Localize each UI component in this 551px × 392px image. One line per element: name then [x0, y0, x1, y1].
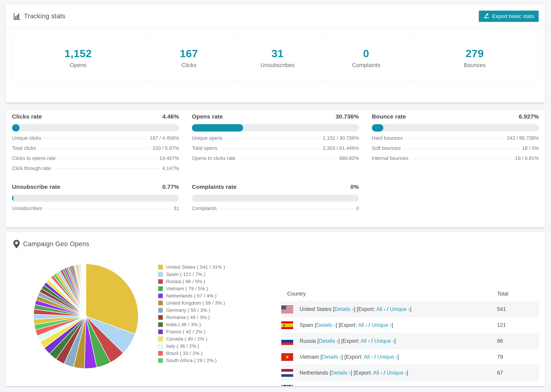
bracket-close: ]: [392, 322, 393, 328]
legend-item-italy: Italy ( 36 / 2% ): [158, 343, 225, 350]
rate-row-value: 19 / 6.81%: [515, 155, 539, 161]
details-link[interactable]: Details ›: [340, 386, 360, 386]
rate-row-value: 2,303 / 61.446%: [323, 145, 359, 151]
legend-item-united-states: United States ( 541 / 31% ): [158, 264, 225, 271]
country-name: United States: [300, 306, 333, 312]
details-link[interactable]: Details ›: [316, 322, 336, 328]
rate-head: Clicks rate4.46%: [12, 113, 179, 120]
export-label: ] [Export:: [360, 386, 382, 386]
legend-label: India ( 46 / 3% ): [166, 322, 201, 327]
rate-row-value: 1,152 / 30.736%: [323, 135, 359, 141]
rate-row: Clicks to opens rate14.497%: [12, 155, 179, 166]
rate-rows: Unsubscribes31: [12, 206, 179, 216]
legend-item-united-kingdom: United Kingdom ( 59 / 3% ): [158, 300, 225, 307]
rate-row-value: 242 / 86.738%: [507, 135, 539, 141]
export-basic-stats-button[interactable]: Export basic stats: [479, 11, 539, 22]
rate-value: 0.77%: [162, 183, 179, 190]
rate-row-label: Unique clicks: [12, 135, 41, 141]
export-all-link[interactable]: All ›: [376, 306, 385, 312]
export-all-link[interactable]: All ›: [358, 322, 367, 328]
legend-label: Italy ( 36 / 2% ): [166, 343, 199, 349]
legend-label: South Africa ( 29 / 2% ): [166, 358, 217, 363]
dotted-leader: [403, 148, 519, 149]
export-unique-link[interactable]: Unique ›: [387, 370, 407, 376]
legend-swatch: [158, 279, 163, 284]
rate-row-value: 220 / 5.87%: [153, 145, 179, 151]
table-row-nl: Netherlands [Details ›] [Export: All › /…: [281, 365, 539, 381]
details-link[interactable]: Details ›: [334, 306, 354, 312]
rate-title: Clicks rate: [12, 113, 42, 120]
flag-es-icon: [281, 321, 293, 329]
stat-label: Complaints: [352, 62, 380, 68]
geo-legend: United States ( 541 / 31% )Spain ( 121 /…: [158, 264, 225, 364]
rate-progress-bar: [12, 195, 179, 202]
geo-row-text: Spain [Details ›] [Export: All › / Uniqu…: [300, 322, 393, 328]
legend-label: United States ( 541 / 31% ): [166, 264, 225, 270]
country-name: United Kingdom: [300, 386, 339, 386]
bracket-close: ]: [394, 338, 396, 344]
legend-label: Germany ( 55 / 3% ): [166, 308, 210, 313]
rate-row-value: 167 / 4.456%: [150, 135, 179, 141]
geo-row-country-cell: United States [Details ›] [Export: All ›…: [281, 305, 497, 313]
export-all-link[interactable]: All ›: [364, 354, 373, 360]
legend-item-germany: Germany ( 55 / 3% ): [158, 307, 225, 314]
legend-swatch: [158, 265, 163, 270]
legend-swatch: [158, 301, 163, 306]
rate-head: Unsubscribe rate0.77%: [12, 183, 179, 190]
rate-row: Unsubscribes31: [12, 206, 179, 216]
rate-rows: Unique opens1,152 / 30.736%Total opens2,…: [192, 135, 359, 166]
country-name: Russia: [300, 338, 317, 344]
export-button-label: Export basic stats: [492, 13, 534, 19]
dotted-leader: [220, 148, 320, 149]
rate-row: Internal bounces19 / 6.81%: [372, 155, 539, 166]
export-all-link[interactable]: All ›: [361, 338, 370, 344]
table-row-gb: United Kingdom [Details ›] [Export: All …: [281, 381, 539, 386]
rate-progress-bar: [192, 195, 359, 202]
rate-row: Click through rate4.147%: [12, 166, 179, 176]
rate-row: Unique clicks167 / 4.456%: [12, 135, 179, 145]
legend-item-vietnam: Vietnam ( 79 / 5% ): [158, 285, 225, 292]
country-name: Netherlands: [300, 370, 330, 376]
export-unique-link[interactable]: Unique ›: [377, 354, 397, 360]
export-all-link[interactable]: All ›: [382, 386, 391, 386]
geo-row-total: 121: [497, 322, 539, 328]
rate-block-bounce-rate: Bounce rate6.927%Hard bounces242 / 86.73…: [372, 113, 539, 176]
export-unique-link[interactable]: Unique ›: [390, 306, 410, 312]
export-label: ] [Export:: [354, 306, 376, 312]
geo-title: Campaign Geo Opens: [13, 240, 89, 248]
rate-row-value: 31: [174, 206, 179, 211]
legend-label: Netherlands ( 67 / 4% ): [166, 293, 217, 299]
legend-label: Vietnam ( 79 / 5% ): [166, 286, 208, 291]
export-unique-link[interactable]: Unique ›: [374, 338, 394, 344]
legend-item-netherlands: Netherlands ( 67 / 4% ): [158, 292, 225, 300]
table-row-us: United States [Details ›] [Export: All ›…: [281, 301, 539, 317]
rate-block-clicks-rate: Clicks rate4.46%Unique clicks167 / 4.456…: [12, 113, 179, 176]
rate-row: Soft bounces18 / 0%: [372, 145, 539, 155]
legend-item-france: France ( 42 / 2% ): [158, 328, 225, 335]
details-link[interactable]: Details ›: [331, 370, 351, 376]
legend-item-romania: Romania ( 49 / 3% ): [158, 314, 225, 321]
legend-item-spain: Spain ( 121 / 7% ): [158, 271, 225, 278]
rate-row-label: Click through rate: [12, 166, 51, 171]
rate-row-label: Unique opens: [192, 135, 222, 141]
legend-label: United Kingdom ( 59 / 3% ): [166, 300, 225, 306]
export-all-link[interactable]: All ›: [373, 370, 382, 376]
tracking-stats-header: Tracking stats Export basic stats: [6, 4, 545, 28]
rate-title: Complaints rate: [192, 183, 236, 190]
geo-row-country-cell: Netherlands [Details ›] [Export: All › /…: [281, 369, 497, 377]
bracket-open: [: [339, 386, 340, 386]
link-slash: /: [370, 338, 374, 344]
rate-row: Total clicks220 / 5.87%: [12, 145, 179, 155]
rate-row: Total opens2,303 / 61.446%: [192, 145, 359, 155]
rate-block-complaints-rate: Complaints rate0%Complaints0: [192, 183, 359, 216]
details-link[interactable]: Details ›: [319, 338, 338, 344]
rate-row-label: Total clicks: [12, 145, 36, 151]
geo-row-country-cell: United Kingdom [Details ›] [Export: All …: [281, 385, 497, 386]
export-unique-link[interactable]: Unique ›: [396, 386, 416, 386]
bracket-open: [: [315, 322, 316, 328]
dotted-leader: [405, 138, 504, 139]
geo-title-text: Campaign Geo Opens: [23, 240, 89, 248]
geo-row-total: 59: [497, 386, 539, 386]
export-unique-link[interactable]: Unique ›: [372, 322, 391, 328]
details-link[interactable]: Details ›: [322, 354, 341, 360]
